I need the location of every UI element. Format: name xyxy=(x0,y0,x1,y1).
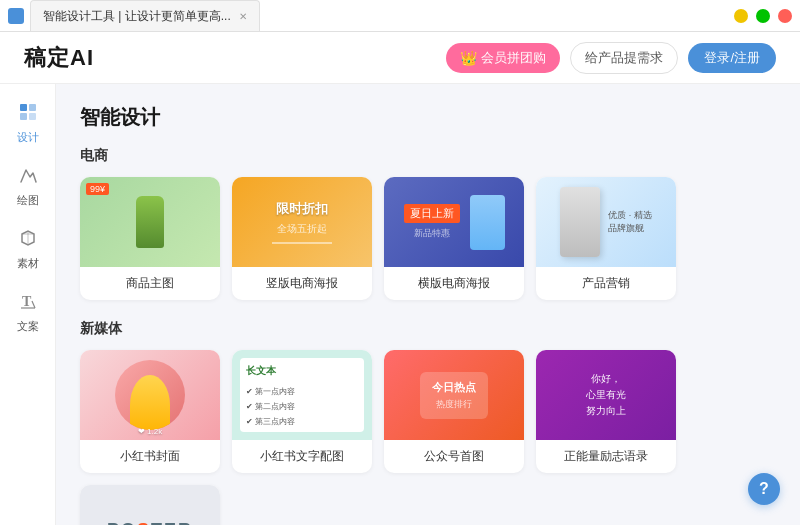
sidebar-draw-label: 绘图 xyxy=(17,193,39,208)
login-label: 登录/注册 xyxy=(704,50,760,65)
social-card-grid: ❤ 1.2k 小红书封面 长文本 ✔ 第一点内容 ✔ 第二点内容 ✔ 第三点内容… xyxy=(80,350,776,525)
card-product-marketing[interactable]: 优质 · 精选 品牌旗舰 产品营销 xyxy=(536,177,676,300)
card-motivational-label: 正能量励志语录 xyxy=(564,440,648,473)
group-buy-label: 会员拼团购 xyxy=(481,49,546,67)
card-product-marketing-label: 产品营销 xyxy=(582,267,630,300)
sidebar: 设计 绘图 素材 T xyxy=(0,84,56,525)
section-social-title: 新媒体 xyxy=(80,320,776,338)
svg-rect-3 xyxy=(29,113,36,120)
card-xiaohongshu-text[interactable]: 长文本 ✔ 第一点内容 ✔ 第二点内容 ✔ 第三点内容 小红书文字配图 xyxy=(232,350,372,473)
tab-label: 智能设计工具 | 让设计更简单更高... xyxy=(43,8,231,25)
card-wide-poster-img: POSTER xyxy=(80,485,220,525)
material-icon xyxy=(18,228,38,253)
header-actions: 👑 会员拼团购 给产品提需求 登录/注册 xyxy=(446,42,776,74)
maximize-button[interactable] xyxy=(756,9,770,23)
sidebar-item-material[interactable]: 素材 xyxy=(4,220,52,279)
window-controls xyxy=(734,9,792,23)
help-icon: ? xyxy=(759,480,769,498)
header: 稿定AI 👑 会员拼团购 给产品提需求 登录/注册 xyxy=(0,32,800,84)
feedback-button[interactable]: 给产品提需求 xyxy=(570,42,678,74)
card-product-main[interactable]: 99¥ 商品主图 xyxy=(80,177,220,300)
svg-rect-0 xyxy=(20,104,27,111)
card-horizontal-poster-label: 横版电商海报 xyxy=(418,267,490,300)
card-xiaohongshu-text-img: 长文本 ✔ 第一点内容 ✔ 第二点内容 ✔ 第三点内容 xyxy=(232,350,372,440)
sidebar-material-label: 素材 xyxy=(17,256,39,271)
app-body: 设计 绘图 素材 T xyxy=(0,84,800,525)
minimize-button[interactable] xyxy=(734,9,748,23)
browser-tab[interactable]: 智能设计工具 | 让设计更简单更高... ✕ xyxy=(30,0,260,31)
svg-rect-2 xyxy=(20,113,27,120)
card-motivational-img: 你好， 心里有光 努力向上 xyxy=(536,350,676,440)
page-title: 智能设计 xyxy=(80,104,776,131)
design-icon xyxy=(18,102,38,127)
tab-close-icon[interactable]: ✕ xyxy=(239,11,247,22)
card-wechat-cover-label: 公众号首图 xyxy=(424,440,484,473)
sidebar-item-text[interactable]: T 文案 xyxy=(4,283,52,342)
main-content: 智能设计 电商 99¥ 商品主图 限时折扣 全场五折起 xyxy=(56,84,800,525)
card-xiaohongshu-cover-label: 小红书封面 xyxy=(120,440,180,473)
card-motivational[interactable]: 你好， 心里有光 努力向上 正能量励志语录 xyxy=(536,350,676,473)
card-xiaohongshu-cover-img: ❤ 1.2k xyxy=(80,350,220,440)
card-xiaohongshu-text-label: 小红书文字配图 xyxy=(260,440,344,473)
svg-rect-1 xyxy=(29,104,36,111)
section-ecommerce-title: 电商 xyxy=(80,147,776,165)
ecommerce-card-grid: 99¥ 商品主图 限时折扣 全场五折起 竖版电商海报 xyxy=(80,177,776,300)
card-product-marketing-img: 优质 · 精选 品牌旗舰 xyxy=(536,177,676,267)
close-button[interactable] xyxy=(778,9,792,23)
group-buy-button[interactable]: 👑 会员拼团购 xyxy=(446,43,560,73)
text-icon: T xyxy=(18,291,38,316)
feedback-label: 给产品提需求 xyxy=(585,50,663,65)
card-product-main-img: 99¥ xyxy=(80,177,220,267)
card-vertical-poster[interactable]: 限时折扣 全场五折起 竖版电商海报 xyxy=(232,177,372,300)
card-wide-poster[interactable]: POSTER 横版海报 xyxy=(80,485,220,525)
card-xiaohongshu-cover[interactable]: ❤ 1.2k 小红书封面 xyxy=(80,350,220,473)
sidebar-text-label: 文案 xyxy=(17,319,39,334)
app-logo xyxy=(8,8,24,24)
card-wechat-cover[interactable]: 今日热点 热度排行 公众号首图 xyxy=(384,350,524,473)
crown-icon: 👑 xyxy=(460,50,477,66)
titlebar: 智能设计工具 | 让设计更简单更高... ✕ xyxy=(0,0,800,32)
brand-title: 稿定AI xyxy=(24,43,94,73)
sidebar-item-design[interactable]: 设计 xyxy=(4,94,52,153)
card-horizontal-poster[interactable]: 夏日上新 新品特惠 横版电商海报 xyxy=(384,177,524,300)
sidebar-design-label: 设计 xyxy=(17,130,39,145)
svg-line-6 xyxy=(32,301,35,308)
card-vertical-poster-img: 限时折扣 全场五折起 xyxy=(232,177,372,267)
card-product-main-label: 商品主图 xyxy=(126,267,174,300)
login-button[interactable]: 登录/注册 xyxy=(688,43,776,73)
sidebar-item-draw[interactable]: 绘图 xyxy=(4,157,52,216)
card-vertical-poster-label: 竖版电商海报 xyxy=(266,267,338,300)
draw-icon xyxy=(18,165,38,190)
help-button[interactable]: ? xyxy=(748,473,780,505)
card-horizontal-poster-img: 夏日上新 新品特惠 xyxy=(384,177,524,267)
card-wechat-cover-img: 今日热点 热度排行 xyxy=(384,350,524,440)
svg-text:T: T xyxy=(22,294,32,309)
